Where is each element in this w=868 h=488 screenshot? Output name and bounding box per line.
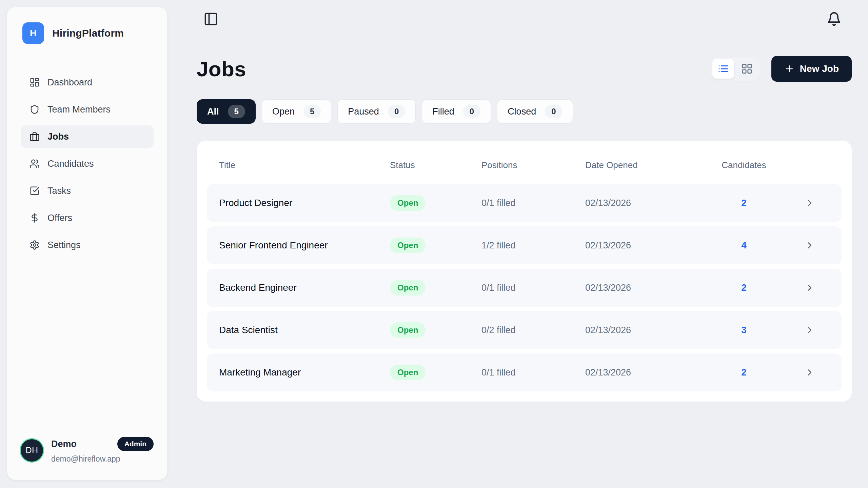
- shield-icon: [29, 104, 40, 115]
- sidebar: H HiringPlatform Dashboard Team Members …: [7, 7, 167, 480]
- new-job-button[interactable]: New Job: [771, 56, 852, 82]
- bell-icon: [827, 12, 842, 26]
- view-toggle: [710, 57, 760, 81]
- filter-tab-all[interactable]: All 5: [197, 99, 256, 124]
- avatar: DH: [21, 439, 43, 462]
- filter-label: Filled: [432, 106, 454, 117]
- column-header-candidates: Candidates: [698, 160, 790, 170]
- candidates-count[interactable]: 2: [698, 198, 790, 208]
- list-icon: [717, 63, 729, 75]
- filter-label: Closed: [508, 106, 536, 117]
- filter-count: 0: [545, 105, 562, 118]
- sidebar-item-label: Settings: [47, 240, 81, 250]
- plus-icon: [784, 64, 794, 74]
- column-header-status: Status: [390, 160, 481, 170]
- positions-cell: 0/1 filled: [481, 367, 585, 378]
- table-row[interactable]: Backend Engineer Open 0/1 filled 02/13/2…: [207, 269, 842, 307]
- date-opened-cell: 02/13/2026: [585, 198, 698, 208]
- date-opened-cell: 02/13/2026: [585, 283, 698, 293]
- avatar-initials: DH: [25, 445, 38, 455]
- filter-tab-filled[interactable]: Filled 0: [422, 99, 491, 124]
- date-opened-cell: 02/13/2026: [585, 367, 698, 378]
- job-title: Backend Engineer: [219, 282, 390, 293]
- filter-label: Open: [272, 106, 295, 117]
- sidebar-item-label: Tasks: [47, 186, 71, 196]
- table-row[interactable]: Marketing Manager Open 0/1 filled 02/13/…: [207, 353, 842, 391]
- candidates-count[interactable]: 4: [698, 240, 790, 251]
- table-row[interactable]: Data Scientist Open 0/2 filled 02/13/202…: [207, 311, 842, 349]
- status-badge: Open: [390, 365, 426, 380]
- status-badge: Open: [390, 280, 426, 296]
- user-name: Demo: [51, 439, 77, 449]
- chevron-right-icon[interactable]: [790, 283, 829, 293]
- sidebar-item-label: Candidates: [47, 159, 94, 169]
- page-title: Jobs: [197, 57, 246, 81]
- job-title: Product Designer: [219, 198, 390, 208]
- new-job-label: New Job: [800, 63, 839, 74]
- grid-icon: [741, 63, 753, 75]
- grid-view-button[interactable]: [736, 59, 758, 79]
- chevron-right-icon[interactable]: [790, 198, 829, 208]
- chevron-right-icon[interactable]: [790, 240, 829, 250]
- table-row[interactable]: Senior Frontend Engineer Open 1/2 filled…: [207, 226, 842, 264]
- chevron-right-icon[interactable]: [790, 325, 829, 335]
- users-icon: [29, 159, 40, 169]
- chevron-right-icon[interactable]: [790, 367, 829, 378]
- dollar-icon: [29, 213, 40, 223]
- filter-tab-paused[interactable]: Paused 0: [337, 99, 416, 124]
- table-row[interactable]: Product Designer Open 0/1 filled 02/13/2…: [207, 184, 842, 222]
- panel-left-icon: [203, 12, 218, 26]
- status-badge: Open: [390, 195, 426, 211]
- candidates-count[interactable]: 2: [698, 367, 790, 378]
- brand: H HiringPlatform: [21, 22, 154, 44]
- status-badge: Open: [390, 238, 426, 253]
- column-header-title: Title: [219, 160, 390, 170]
- main-area: Jobs: [174, 0, 868, 488]
- sidebar-item-team-members[interactable]: Team Members: [21, 98, 154, 121]
- check-square-icon: [29, 186, 40, 196]
- topbar: [174, 0, 868, 38]
- sidebar-nav: Dashboard Team Members Jobs Candidates T…: [21, 71, 154, 256]
- filter-count: 5: [228, 105, 245, 118]
- dashboard-icon: [29, 77, 40, 87]
- filter-count: 0: [388, 105, 405, 118]
- positions-cell: 0/1 filled: [481, 198, 585, 208]
- column-header-positions: Positions: [481, 160, 585, 170]
- sidebar-item-offers[interactable]: Offers: [21, 207, 154, 229]
- column-header-date-opened: Date Opened: [585, 160, 698, 170]
- filter-label: Paused: [348, 106, 379, 117]
- date-opened-cell: 02/13/2026: [585, 240, 698, 251]
- sidebar-item-dashboard[interactable]: Dashboard: [21, 71, 154, 94]
- user-email: demo@hireflow.app: [51, 454, 154, 464]
- sidebar-toggle-button[interactable]: [201, 9, 220, 28]
- positions-cell: 0/2 filled: [481, 325, 585, 336]
- user-section: DH Demo Admin demo@hireflow.app: [21, 437, 154, 466]
- status-badge: Open: [390, 322, 426, 338]
- notifications-button[interactable]: [825, 9, 844, 28]
- user-role-badge: Admin: [117, 437, 154, 451]
- content: Jobs: [174, 38, 868, 488]
- brand-name: HiringPlatform: [52, 27, 124, 39]
- sidebar-item-candidates[interactable]: Candidates: [21, 152, 154, 175]
- table-header: Title Status Positions Date Opened Candi…: [207, 146, 842, 184]
- briefcase-icon: [29, 131, 40, 142]
- sidebar-item-jobs[interactable]: Jobs: [21, 125, 154, 148]
- jobs-table-card: Title Status Positions Date Opened Candi…: [197, 141, 852, 402]
- candidates-count[interactable]: 3: [698, 325, 790, 336]
- filter-tab-open[interactable]: Open 5: [262, 99, 331, 124]
- user-meta: Demo Admin demo@hireflow.app: [51, 437, 154, 464]
- filter-label: All: [207, 106, 219, 117]
- sidebar-item-tasks[interactable]: Tasks: [21, 180, 154, 202]
- brand-logo: H: [22, 22, 44, 44]
- status-filters: All 5 Open 5 Paused 0 Filled 0 Closed 0: [197, 99, 852, 124]
- list-view-button[interactable]: [712, 59, 734, 79]
- filter-tab-closed[interactable]: Closed 0: [497, 99, 573, 124]
- date-opened-cell: 02/13/2026: [585, 325, 698, 336]
- sidebar-item-label: Jobs: [47, 131, 69, 142]
- sidebar-item-label: Dashboard: [47, 77, 92, 88]
- sidebar-item-label: Offers: [47, 213, 72, 223]
- positions-cell: 0/1 filled: [481, 283, 585, 293]
- sidebar-item-settings[interactable]: Settings: [21, 234, 154, 256]
- candidates-count[interactable]: 2: [698, 282, 790, 293]
- gear-icon: [29, 240, 40, 250]
